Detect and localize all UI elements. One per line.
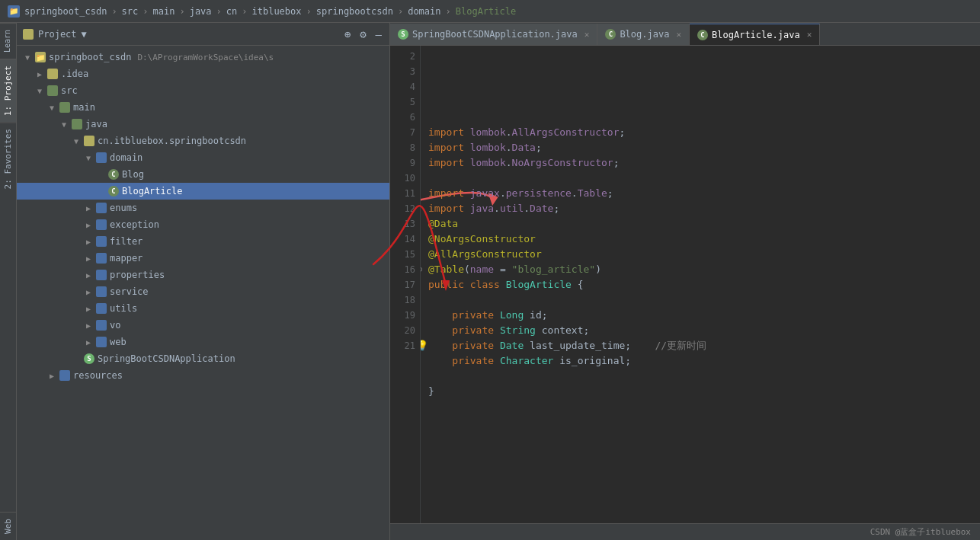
code-content[interactable]: import lombok.AllArgsConstructor; import… <box>421 46 980 523</box>
code-line-7: import javax.persistence.Table; <box>428 186 980 201</box>
tree-item-service[interactable]: service <box>17 283 389 300</box>
folder-icon-main <box>59 102 70 113</box>
tab-Blog[interactable]: C Blog.java ✕ <box>597 24 690 45</box>
panel-header: Project ▼ ⊕ ⚙ — <box>17 23 389 46</box>
tree-item-idea[interactable]: .idea <box>17 66 389 82</box>
class-icon-Blog: C <box>108 169 119 180</box>
code-line-19 <box>428 369 980 384</box>
tree-item-BlogArticle[interactable]: C BlogArticle <box>17 183 389 200</box>
tab-close-SpringBootApp[interactable]: ✕ <box>584 30 590 40</box>
item-label-cn: cn.itbluebox.springbootcsdn <box>98 136 246 146</box>
item-label-src: src <box>61 85 78 96</box>
item-label-filter: filter <box>110 236 143 247</box>
arrow-utils <box>84 304 93 313</box>
settings-icon[interactable]: ⚙ <box>358 27 367 42</box>
arrow-cn-pkg <box>72 136 81 145</box>
tab-close-BlogArticle[interactable]: ✕ <box>807 30 812 40</box>
arrow-src <box>35 86 44 95</box>
item-label-domain: domain <box>110 152 143 163</box>
tree-item-filter[interactable]: filter <box>17 233 389 250</box>
project-panel: Project ▼ ⊕ ⚙ — 📁 springboot_csdn D:\APr… <box>17 23 390 540</box>
breadcrumb-itbluebox: itbluebox <box>252 6 302 17</box>
folder-icon-resources <box>59 370 70 381</box>
tree-item-exception[interactable]: exception <box>17 216 389 233</box>
breadcrumb-domain: domain <box>408 6 440 17</box>
code-line-11: @AllArgsConstructor <box>428 247 980 262</box>
line-numbers: 2 3 4 5 6 7 8 9 10 11 12 13 14 15 16 17 … <box>390 46 421 523</box>
scope-icon[interactable]: ⊕ <box>343 27 352 42</box>
code-line-4: import lombok.Data; <box>428 140 980 155</box>
code-line-15: private Long id; <box>428 308 980 323</box>
tree-item-SpringBootApp[interactable]: S SpringBootCSDNApplication <box>17 350 389 367</box>
close-panel-icon[interactable]: — <box>374 27 383 42</box>
code-line-3: import lombok.AllArgsConstructor; <box>428 125 980 140</box>
arrow-java <box>59 120 69 129</box>
tree-item-Blog[interactable]: C Blog <box>17 166 389 183</box>
side-tab-web[interactable]: Web <box>0 512 16 540</box>
code-line-12: ⊙@Table(name = "blog_article") <box>428 262 980 277</box>
code-line-8: import java.util.Date; <box>428 201 980 216</box>
side-tab-learn[interactable]: Learn <box>0 23 16 59</box>
file-tree: 📁 springboot_csdn D:\AProgramWorkSpace\i… <box>17 46 389 540</box>
tree-item-mapper[interactable]: mapper <box>17 250 389 267</box>
tree-item-utils[interactable]: utils <box>17 300 389 317</box>
editor-panel: S SpringBootCSDNApplication.java ✕ C Blo… <box>390 23 980 540</box>
tree-item-domain[interactable]: domain <box>17 149 389 166</box>
tree-item-web[interactable]: web <box>17 334 389 350</box>
code-line-17: 💡private Date last_update_time; //更新时间 <box>428 338 980 353</box>
folder-icon-properties <box>96 270 107 280</box>
panel-title: Project ▼ <box>23 29 87 40</box>
arrow-springboot_csdn <box>23 53 32 62</box>
folder-icon-utils <box>96 303 107 314</box>
tab-SpringBootCSDNApplication[interactable]: S SpringBootCSDNApplication.java ✕ <box>390 24 597 45</box>
arrow-idea <box>35 69 44 78</box>
tab-icon-Blog: C <box>605 29 616 40</box>
arrow-main <box>47 103 56 112</box>
folder-icon-vo <box>96 320 107 331</box>
code-line-5: import lombok.NoArgsConstructor; <box>428 155 980 171</box>
breadcrumb-class: BlogArticle <box>456 6 516 17</box>
tree-item-java[interactable]: java <box>17 116 389 133</box>
item-label-root: springboot_csdn <box>49 52 131 62</box>
tree-item-springboot_csdn[interactable]: 📁 springboot_csdn D:\AProgramWorkSpace\i… <box>17 49 389 66</box>
folder-icon <box>23 29 34 40</box>
tree-item-resources[interactable]: resources <box>17 367 389 384</box>
item-label-idea: .idea <box>61 69 88 79</box>
code-line-6 <box>428 171 980 186</box>
tree-item-main[interactable]: main <box>17 99 389 116</box>
code-area: 2 3 4 5 6 7 8 9 10 11 12 13 14 15 16 17 … <box>390 46 980 523</box>
folder-icon-cn <box>84 136 94 146</box>
folder-icon-mapper <box>96 253 107 264</box>
item-label-web: web <box>110 337 127 347</box>
item-label-BlogArticle: BlogArticle <box>122 186 182 197</box>
tree-item-properties[interactable]: properties <box>17 267 389 283</box>
arrow-exception <box>84 220 93 229</box>
class-icon-BlogArticle: C <box>108 186 119 197</box>
tab-close-Blog[interactable]: ✕ <box>676 30 681 40</box>
folder-icon-src <box>47 85 58 96</box>
panel-dropdown-arrow[interactable]: ▼ <box>82 29 87 40</box>
breadcrumb-springbootcsdn: springbootcsdn <box>316 6 393 17</box>
springboot-icon: S <box>84 353 94 364</box>
folder-icon-idea <box>47 69 58 79</box>
item-label-Blog: Blog <box>122 169 144 180</box>
folder-icon-exception <box>96 219 107 230</box>
side-tab-project[interactable]: 1: Project <box>0 59 16 122</box>
item-label-service: service <box>110 286 149 297</box>
breadcrumb-java: java <box>190 6 212 17</box>
tab-icon-spring: S <box>398 29 408 40</box>
folder-icon-domain <box>96 152 107 163</box>
tree-item-vo[interactable]: vo <box>17 317 389 334</box>
tree-item-enums[interactable]: enums <box>17 200 389 216</box>
panel-actions: ⊕ ⚙ — <box>343 27 383 42</box>
tree-item-cn-pkg[interactable]: cn.itbluebox.springbootcsdn <box>17 133 389 149</box>
title-bar: 📁 springboot_csdn › src › main › java › … <box>0 0 980 23</box>
tree-item-src[interactable]: src <box>17 82 389 99</box>
code-line-18: private Character is_original; <box>428 353 980 369</box>
item-label-properties: properties <box>110 270 165 280</box>
side-tab-favorites[interactable]: 2: Favorites <box>0 122 16 195</box>
tab-BlogArticle[interactable]: C BlogArticle.java ✕ <box>690 24 820 45</box>
app-icon: 📁 <box>8 5 20 18</box>
item-label-resources: resources <box>73 370 123 381</box>
arrow-domain <box>84 153 93 162</box>
